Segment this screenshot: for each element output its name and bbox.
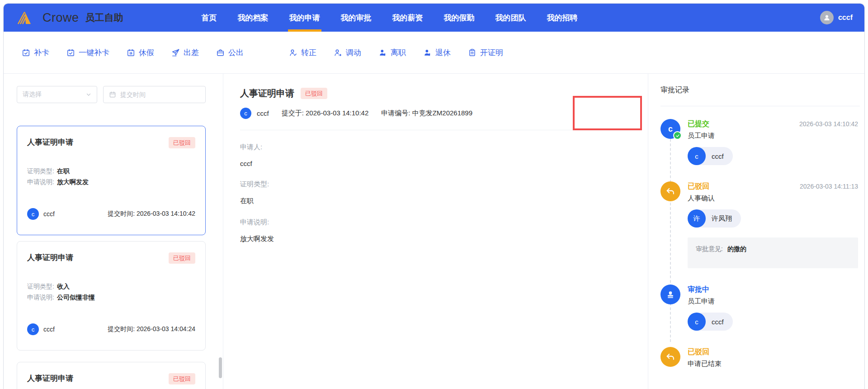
field-value: 放大啊发发 xyxy=(240,235,634,243)
submit-time-field[interactable] xyxy=(103,86,206,103)
briefcase-icon xyxy=(216,48,225,57)
content-area: 请选择 人事证明申请 已驳回 xyxy=(4,74,864,389)
calendar-rest-icon: 休 xyxy=(127,48,135,57)
brand-name: Crowe xyxy=(42,11,79,25)
nav-item-my-approvals[interactable]: 我的审批 xyxy=(330,4,382,32)
step-status: 已驳回 xyxy=(688,347,709,356)
app-window: Crowe 员工自助 首页 我的档案 我的申请 我的审批 我的薪资 我的假勤 我… xyxy=(3,3,865,389)
step-avatar-node: c xyxy=(660,119,680,139)
nav-item-my-recruiting[interactable]: 我的招聘 xyxy=(537,4,588,32)
svg-text:休: 休 xyxy=(129,52,132,55)
avatar: c xyxy=(27,208,39,220)
action-punch-fix[interactable]: 补卡 xyxy=(22,47,49,58)
list-filters: 请选择 xyxy=(17,86,206,103)
step-status: 审批中 xyxy=(688,285,709,294)
approval-step-in-progress: 审批中 员工申请 c cccf xyxy=(660,285,860,331)
approval-record-title: 审批记录 xyxy=(660,85,860,95)
application-card[interactable]: 人事证明申请 已驳回 证明类型:收入 申请说明:公司似懂非懂 c cccf 提交… xyxy=(17,241,206,351)
action-resignation[interactable]: 离职 xyxy=(378,47,406,58)
undo-icon xyxy=(660,181,680,201)
product-name: 员工自助 xyxy=(85,11,123,24)
application-card[interactable]: 人事证明申请 已驳回 证明类型:在职 申请说明:放大啊发发 c cccf 提交时… xyxy=(17,126,206,235)
card-title: 人事证明申请 xyxy=(27,252,73,263)
step-status: 已驳回 xyxy=(688,182,709,191)
annotation-box xyxy=(573,96,642,130)
status-badge: 已驳回 xyxy=(169,373,195,384)
step-time: 2026-03-03 14:11:13 xyxy=(800,182,860,190)
action-leave[interactable]: 休 休假 xyxy=(127,47,154,58)
step-role: 员工申请 xyxy=(688,132,860,140)
step-role: 员工申请 xyxy=(688,297,860,306)
top-header: Crowe 员工自助 首页 我的档案 我的申请 我的审批 我的薪资 我的假勤 我… xyxy=(4,4,864,32)
approval-comment: 审批意见:的撒的 xyxy=(688,237,858,268)
step-status: 已提交 xyxy=(688,119,709,128)
action-regularization[interactable]: 转正 xyxy=(289,47,316,58)
nav-item-home[interactable]: 首页 xyxy=(191,4,227,32)
user-menu[interactable]: cccf xyxy=(820,11,853,24)
card-title: 人事证明申请 xyxy=(27,373,73,384)
approval-step-ended: 已驳回 申请已结束 xyxy=(660,347,860,368)
avatar: c xyxy=(27,323,39,335)
clipboard-icon xyxy=(468,48,476,57)
type-select[interactable]: 请选择 xyxy=(17,86,97,103)
status-badge: 已驳回 xyxy=(169,137,195,148)
approval-divider xyxy=(660,106,860,106)
field-value: 在职 xyxy=(240,197,634,205)
status-badge: 已驳回 xyxy=(169,252,195,264)
approval-record-panel: 审批记录 c 已提交 2026-03-03 14:10:42 xyxy=(648,74,864,389)
check-badge-icon xyxy=(673,131,682,140)
application-list-panel: 请选择 人事证明申请 已驳回 xyxy=(4,74,223,389)
field-label: 申请人: xyxy=(240,143,634,152)
nav-item-my-salary[interactable]: 我的薪资 xyxy=(382,4,434,32)
crowe-triangle-logo-icon xyxy=(15,9,33,27)
avatar: 许 xyxy=(688,209,706,228)
action-transfer[interactable]: 调动 xyxy=(334,47,361,58)
application-card[interactable]: 人事证明申请 已驳回 xyxy=(17,362,206,389)
field-label: 申请说明: xyxy=(240,218,634,227)
chevron-down-icon xyxy=(86,92,91,97)
avatar: c xyxy=(688,147,706,165)
user-name: cccf xyxy=(838,14,853,22)
action-business-trip[interactable]: 出差 xyxy=(171,47,199,58)
approval-step-submitted: c 已提交 2026-03-03 14:10:42 员工申请 c xyxy=(660,119,860,165)
step-role: 申请已结束 xyxy=(688,360,860,368)
list-scrollbar[interactable] xyxy=(219,357,222,378)
step-role: 人事确认 xyxy=(688,194,860,203)
action-public-outing[interactable]: 公出 xyxy=(216,47,244,58)
avatar: c xyxy=(240,108,251,119)
user-swap-icon xyxy=(334,48,342,57)
user-solid-icon xyxy=(423,48,432,57)
calendar-check-icon xyxy=(66,48,75,57)
nav-item-my-attendance[interactable]: 我的假勤 xyxy=(434,4,485,32)
person-pill: c cccf xyxy=(688,313,733,331)
user-solid-icon xyxy=(378,48,387,57)
quick-actions-toolbar: 补卡 一键补卡 休 休假 出差 xyxy=(4,32,864,74)
calendar-icon xyxy=(109,91,116,98)
paper-plane-icon xyxy=(171,48,180,57)
brand-logo: Crowe 员工自助 xyxy=(15,9,123,27)
main-nav: 首页 我的档案 我的申请 我的审批 我的薪资 我的假勤 我的团队 我的招聘 xyxy=(191,4,588,32)
user-avatar-icon xyxy=(820,11,834,24)
user-check-icon xyxy=(289,48,297,57)
field-value: cccf xyxy=(240,160,634,167)
step-time: 2026-03-03 14:10:42 xyxy=(799,119,860,128)
person-pill: c cccf xyxy=(688,147,733,165)
nav-item-my-records[interactable]: 我的档案 xyxy=(227,4,279,32)
detail-title: 人事证明申请 xyxy=(240,87,294,100)
calendar-check-icon xyxy=(22,48,30,57)
detail-status-badge: 已驳回 xyxy=(301,88,327,99)
stamp-icon xyxy=(660,285,680,304)
person-pill: 许 许凤翔 xyxy=(688,209,741,228)
nav-item-my-applications[interactable]: 我的申请 xyxy=(279,4,330,32)
nav-item-my-team[interactable]: 我的团队 xyxy=(485,4,537,32)
field-label: 证明类型: xyxy=(240,180,634,189)
undo-icon xyxy=(660,347,680,367)
action-retirement[interactable]: 退休 xyxy=(423,47,451,58)
approval-timeline: c 已提交 2026-03-03 14:10:42 员工申请 c xyxy=(660,119,860,368)
action-open-certificate[interactable]: 开证明 xyxy=(468,47,503,58)
approval-step-rejected: 已驳回 2026-03-03 14:11:13 人事确认 许 许凤翔 审批意见:… xyxy=(660,181,860,268)
submit-time-input[interactable] xyxy=(120,91,200,98)
card-title: 人事证明申请 xyxy=(27,137,73,148)
avatar: c xyxy=(688,313,706,331)
action-oneclick-punch-fix[interactable]: 一键补卡 xyxy=(66,47,109,58)
